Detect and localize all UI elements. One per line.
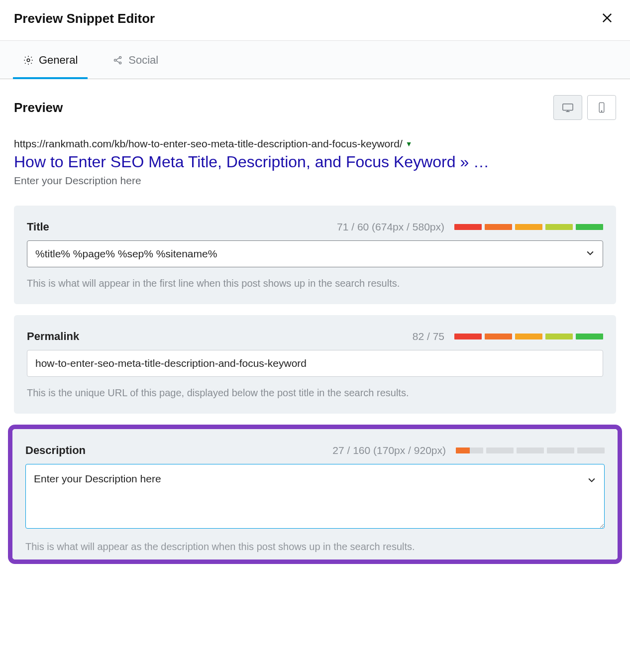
preview-heading: Preview <box>14 100 63 115</box>
permalink-counter: 82 / 75 <box>413 331 444 342</box>
tab-general-label: General <box>39 54 78 67</box>
serp-url-dropdown-icon[interactable]: ▼ <box>406 140 413 148</box>
title-help-text: This is what will appear in the first li… <box>27 276 603 290</box>
title-strength-bar <box>454 224 603 230</box>
close-button[interactable] <box>598 9 616 28</box>
title-panel: Title 71 / 60 (674px / 580px) This is wh… <box>14 206 616 304</box>
modal-title: Preview Snippet Editor <box>14 11 155 26</box>
tab-bar: General Social <box>0 41 630 79</box>
title-input[interactable] <box>27 240 603 267</box>
tab-general[interactable]: General <box>18 41 83 79</box>
gear-icon <box>23 55 34 66</box>
tab-social-label: Social <box>128 54 158 67</box>
svg-point-2 <box>119 56 121 58</box>
desktop-icon <box>561 102 575 113</box>
mobile-preview-button[interactable] <box>587 95 616 120</box>
serp-title: How to Enter SEO Meta Title, Description… <box>14 152 616 172</box>
title-label: Title <box>27 221 49 233</box>
permalink-input[interactable] <box>27 350 603 377</box>
svg-point-3 <box>119 62 121 64</box>
permalink-label: Permalink <box>27 330 79 343</box>
modal-header: Preview Snippet Editor <box>0 0 630 41</box>
serp-url: https://rankmath.com/kb/how-to-enter-seo… <box>14 138 403 150</box>
description-panel: Description 27 / 160 (170px / 920px) Thi… <box>12 429 618 560</box>
title-counter: 71 / 60 (674px / 580px) <box>337 221 444 233</box>
svg-point-6 <box>601 111 602 112</box>
preview-device-toggle <box>553 95 616 120</box>
description-textarea[interactable] <box>25 464 605 529</box>
serp-preview: https://rankmath.com/kb/how-to-enter-seo… <box>14 138 616 187</box>
description-strength-bar <box>456 448 605 453</box>
description-help-text: This is what will appear as the descript… <box>25 540 605 554</box>
svg-point-0 <box>27 59 30 62</box>
description-label: Description <box>25 444 86 457</box>
preview-header-row: Preview <box>14 95 616 120</box>
permalink-panel: Permalink 82 / 75 This is the unique URL… <box>14 315 616 414</box>
serp-description: Enter your Description here <box>14 175 616 187</box>
description-highlight-box: Description 27 / 160 (170px / 920px) Thi… <box>8 425 622 564</box>
svg-rect-4 <box>563 104 573 111</box>
permalink-strength-bar <box>454 334 603 339</box>
desktop-preview-button[interactable] <box>553 95 582 120</box>
tab-social[interactable]: Social <box>107 41 163 79</box>
mobile-icon <box>598 102 606 113</box>
content-area: Preview https://rankmath.com/kb/how-to-e… <box>0 79 630 569</box>
description-counter: 27 / 160 (170px / 920px) <box>332 445 446 456</box>
permalink-help-text: This is the unique URL of this page, dis… <box>27 386 603 400</box>
share-icon <box>112 55 123 66</box>
close-icon <box>600 11 614 25</box>
svg-point-1 <box>114 59 116 61</box>
